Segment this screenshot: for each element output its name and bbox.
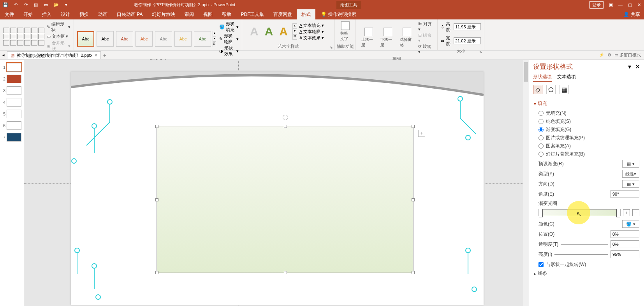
new-slide-icon[interactable]: ▭ — [43, 2, 49, 7]
tell-me[interactable]: 操作说明搜索 — [328, 11, 356, 18]
size-launcher[interactable]: ⬊ — [479, 50, 482, 54]
vertical-scrollbar[interactable] — [523, 60, 529, 306]
radio-pattern-fill[interactable]: 图案填充(A) — [538, 143, 639, 149]
preset-gradient-dropdown[interactable]: ▦ ▾ — [622, 160, 639, 168]
align-button[interactable]: ⊫ 对齐 ▾ — [418, 21, 434, 32]
shape-style-gallery[interactable]: Abc Abc Abc Abc Abc Abc Abc — [77, 31, 211, 47]
share-button[interactable]: 👤共享 — [619, 11, 644, 18]
gear-icon[interactable]: ⚙ — [607, 52, 611, 58]
edit-shape-button[interactable]: ✎ 编辑形状 ▾ — [47, 21, 70, 33]
gallery-up-icon[interactable]: ▴ — [213, 31, 216, 36]
resize-handle-nw[interactable] — [155, 125, 158, 128]
tab-home[interactable]: 开始 — [19, 9, 37, 20]
rotate-with-shape-checkbox[interactable]: 与形状一起旋转(W) — [538, 261, 639, 268]
pane-dropdown-icon[interactable]: ▾ — [628, 63, 631, 70]
gradient-stop-2[interactable] — [616, 209, 620, 217]
remove-stop-button[interactable]: − — [632, 209, 639, 216]
gradient-type-dropdown[interactable]: 线性 ▾ — [622, 170, 639, 178]
tab-design[interactable]: 设计 — [56, 9, 75, 20]
gallery-more-icon[interactable]: ⊟ — [213, 42, 216, 47]
redo-icon[interactable]: ↷ — [23, 2, 29, 7]
text-outline-button[interactable]: A 文本轮廓 ▾ — [299, 29, 324, 35]
wordart-launcher[interactable]: ⬊ — [330, 45, 333, 49]
bring-forward-button[interactable]: 上移一层 — [359, 28, 378, 48]
multi-window-button[interactable]: ▭ 多窗口模式 — [614, 52, 641, 58]
slide-thumb-6[interactable] — [7, 121, 21, 130]
radio-solid-fill[interactable]: 纯色填充(S) — [538, 118, 639, 125]
rotate-button[interactable]: ⟳ 旋转 ▾ — [418, 44, 434, 54]
tab-transition[interactable]: 切换 — [75, 9, 93, 20]
tab-pdftools[interactable]: PDF工具集 — [236, 9, 269, 20]
resize-handle-e[interactable] — [412, 198, 415, 201]
group-button[interactable]: ⊞ 组合 ▾ — [418, 32, 434, 43]
add-stop-button[interactable]: + — [623, 209, 630, 216]
pane-close-icon[interactable]: ✕ — [635, 63, 640, 70]
qat-more-icon[interactable]: ▾ — [63, 2, 69, 7]
tab-slideshow[interactable]: 幻灯片放映 — [147, 9, 180, 20]
tab-view[interactable]: 视图 — [199, 9, 217, 20]
wa-up-icon[interactable]: ▴ — [292, 23, 297, 29]
radio-no-fill[interactable]: 无填充(N) — [538, 110, 639, 117]
merge-shapes-button[interactable]: ◉ 合并形状 ▾ — [47, 40, 70, 52]
tab-help[interactable]: 帮助 — [217, 9, 236, 20]
resize-handle-w[interactable] — [155, 198, 158, 201]
text-effects-button[interactable]: A 文本效果 ▾ — [299, 35, 324, 41]
resize-handle-ne[interactable] — [412, 125, 415, 128]
gradient-position-input[interactable] — [611, 230, 639, 238]
slide-thumb-4[interactable] — [7, 98, 21, 107]
textbox-button[interactable]: ▭ 文本框 ▾ — [47, 33, 70, 39]
radio-gradient-fill[interactable]: 渐变填充(G) — [538, 126, 639, 133]
open-icon[interactable]: 📂 — [53, 2, 59, 7]
pane-tab-shape[interactable]: 形状选项 — [533, 73, 552, 82]
gradient-stop-1[interactable] — [539, 209, 543, 217]
resize-handle-n[interactable] — [284, 125, 287, 128]
effects-icon[interactable]: ⬠ — [546, 85, 556, 94]
slide-thumb-3[interactable] — [7, 86, 21, 95]
tab-file[interactable]: 文件 — [0, 9, 19, 20]
ribbon-options-icon[interactable]: ▣ — [609, 2, 613, 7]
new-tab-icon[interactable]: + — [103, 52, 106, 58]
send-backward-button[interactable]: 下移一层 — [378, 28, 397, 48]
rotate-handle[interactable] — [283, 115, 288, 120]
slide-thumb-1[interactable] — [7, 63, 21, 72]
gradient-direction-dropdown[interactable]: ▦ ▾ — [622, 180, 639, 188]
fill-line-icon[interactable]: ◇ — [533, 85, 542, 94]
shape-fill-button[interactable]: 🪣 形状填充 ▾ — [219, 21, 239, 33]
resize-handle-s[interactable] — [284, 271, 287, 274]
slide-thumb-5[interactable] — [7, 110, 21, 118]
undo-icon[interactable]: ↶ — [12, 2, 19, 7]
login-button[interactable]: 登录 — [589, 1, 604, 9]
text-fill-button[interactable]: A 文本填充 ▾ — [299, 23, 324, 28]
radio-slidebg-fill[interactable]: 幻灯片背景填充(B) — [538, 151, 639, 157]
tab-format[interactable]: 格式 — [297, 9, 315, 20]
alt-text-button[interactable]: 替换文字 — [338, 21, 352, 42]
tab-review[interactable]: 审阅 — [180, 9, 199, 20]
wa-down-icon[interactable]: ▾ — [292, 29, 297, 34]
close-tab-icon[interactable]: × — [95, 53, 97, 58]
gradient-angle-input[interactable] — [611, 190, 639, 198]
wa-more-icon[interactable]: ⊟ — [292, 34, 297, 40]
maximize-icon[interactable]: ▢ — [628, 2, 632, 7]
gradient-brightness-input[interactable] — [611, 250, 639, 258]
minimize-icon[interactable]: — — [618, 2, 623, 7]
size-props-icon[interactable]: ▦ — [560, 85, 569, 94]
tab-animation[interactable]: 动画 — [93, 9, 112, 20]
start-slideshow-icon[interactable]: ▨ — [33, 2, 39, 7]
resize-handle-sw[interactable] — [155, 271, 158, 274]
width-input[interactable] — [454, 37, 481, 44]
gradient-color-dropdown[interactable]: 🪣 ▾ — [622, 220, 639, 228]
resize-handle-se[interactable] — [412, 271, 415, 274]
height-input[interactable] — [454, 23, 481, 30]
selection-pane-button[interactable]: 选择窗格 — [398, 28, 417, 48]
slide-thumb-2[interactable] — [7, 75, 21, 83]
thunder-icon[interactable]: ⚡ — [599, 52, 604, 58]
shape-effects-button[interactable]: ◑ 形状效果 ▾ — [219, 45, 239, 57]
shape-outline-button[interactable]: ✎ 形状轮廓 ▾ — [219, 33, 239, 45]
radio-picture-fill[interactable]: 图片或纹理填充(P) — [538, 135, 639, 141]
shape-gallery[interactable] — [3, 28, 44, 45]
wordart-gallery[interactable]: A A A — [245, 25, 292, 38]
pane-tab-text[interactable]: 文本选项 — [557, 73, 576, 82]
slide-canvas[interactable]: + — [24, 60, 529, 306]
slide-thumb-7[interactable] — [7, 133, 21, 142]
selected-shape[interactable] — [157, 126, 413, 273]
